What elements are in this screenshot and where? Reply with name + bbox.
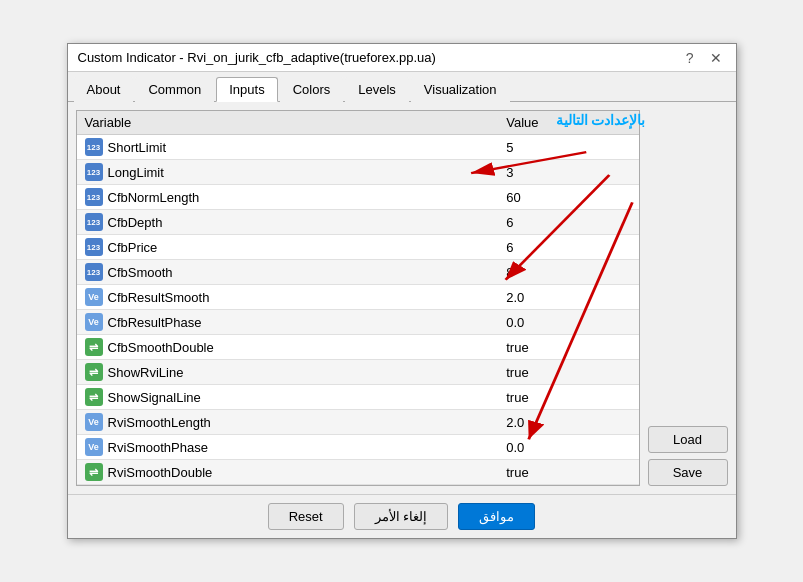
content-area: بالإعدادت التالية Variable Value [68,102,736,494]
var-icon: Ve [85,313,103,331]
var-icon: ⇌ [85,463,103,481]
cancel-button[interactable]: إلغاء الأمر [354,503,449,530]
table-row[interactable]: Ve CfbResultPhase 0.0 [77,310,639,335]
var-icon: 123 [85,263,103,281]
tab-inputs[interactable]: Inputs [216,77,277,102]
variable-table-container: Variable Value 123 ShortLimit 5 123 Long… [76,110,640,486]
var-value: true [498,385,638,410]
var-icon: Ve [85,413,103,431]
table-row[interactable]: ⇌ CfbSmoothDouble true [77,335,639,360]
var-value: 5 [498,135,638,160]
table-row[interactable]: 123 CfbPrice 6 [77,235,639,260]
table-row[interactable]: 123 CfbSmooth 8 [77,260,639,285]
window-title: Custom Indicator - Rvi_on_jurik_cfb_adap… [78,50,436,65]
var-value: 60 [498,185,638,210]
tab-about[interactable]: About [74,77,134,102]
table-row[interactable]: Ve RviSmoothPhase 0.0 [77,435,639,460]
var-value: 6 [498,235,638,260]
var-icon: 123 [85,163,103,181]
var-name: ShowSignalLine [108,390,201,405]
var-name: RviSmoothLength [108,415,211,430]
col-value: Value [498,111,638,135]
var-name: CfbDepth [108,215,163,230]
var-icon: ⇌ [85,363,103,381]
var-value: 2.0 [498,285,638,310]
var-name: CfbNormLength [108,190,200,205]
tab-common[interactable]: Common [135,77,214,102]
var-value: 3 [498,160,638,185]
save-button[interactable]: Save [648,459,728,486]
var-value: true [498,335,638,360]
var-value: true [498,460,638,485]
var-icon: Ve [85,288,103,306]
table-row[interactable]: 123 CfbDepth 6 [77,210,639,235]
var-icon: 123 [85,238,103,256]
tab-levels[interactable]: Levels [345,77,409,102]
var-name: CfbResultSmooth [108,290,210,305]
var-value: 0.0 [498,310,638,335]
var-name: ShowRviLine [108,365,184,380]
tab-bar: AboutCommonInputsColorsLevelsVisualizati… [68,72,736,102]
var-name: RviSmoothDouble [108,465,213,480]
tab-visualization[interactable]: Visualization [411,77,510,102]
var-name: RviSmoothPhase [108,440,208,455]
table-row[interactable]: ⇌ RviSmoothDouble true [77,460,639,485]
close-button[interactable]: ✕ [706,51,726,65]
ok-button[interactable]: موافق [458,503,535,530]
var-value: 8 [498,260,638,285]
var-icon: ⇌ [85,338,103,356]
table-row[interactable]: 123 LongLimit 3 [77,160,639,185]
table-row[interactable]: Ve CfbResultSmooth 2.0 [77,285,639,310]
var-name: CfbResultPhase [108,315,202,330]
table-row[interactable]: ⇌ ShowSignalLine true [77,385,639,410]
bottom-bar: Reset إلغاء الأمر موافق [68,494,736,538]
var-value: true [498,360,638,385]
table-row[interactable]: 123 ShortLimit 5 [77,135,639,160]
var-icon: Ve [85,438,103,456]
var-name: CfbPrice [108,240,158,255]
table-row[interactable]: 123 CfbNormLength 60 [77,185,639,210]
reset-button[interactable]: Reset [268,503,344,530]
variable-table: Variable Value 123 ShortLimit 5 123 Long… [77,111,639,485]
load-button[interactable]: Load [648,426,728,453]
title-bar-controls: ? ✕ [682,51,726,65]
main-window: Custom Indicator - Rvi_on_jurik_cfb_adap… [67,43,737,539]
var-name: ShortLimit [108,140,167,155]
tab-colors[interactable]: Colors [280,77,344,102]
var-icon: 123 [85,138,103,156]
var-name: LongLimit [108,165,164,180]
help-button[interactable]: ? [682,51,698,65]
var-value: 2.0 [498,410,638,435]
var-icon: ⇌ [85,388,103,406]
table-row[interactable]: ⇌ ShowRviLine true [77,360,639,385]
var-value: 6 [498,210,638,235]
right-panel: Load Save [648,110,728,486]
var-name: CfbSmoothDouble [108,340,214,355]
var-value: 0.0 [498,435,638,460]
var-icon: 123 [85,213,103,231]
col-variable: Variable [77,111,499,135]
var-icon: 123 [85,188,103,206]
var-name: CfbSmooth [108,265,173,280]
table-row[interactable]: Ve RviSmoothLength 2.0 [77,410,639,435]
title-bar: Custom Indicator - Rvi_on_jurik_cfb_adap… [68,44,736,72]
